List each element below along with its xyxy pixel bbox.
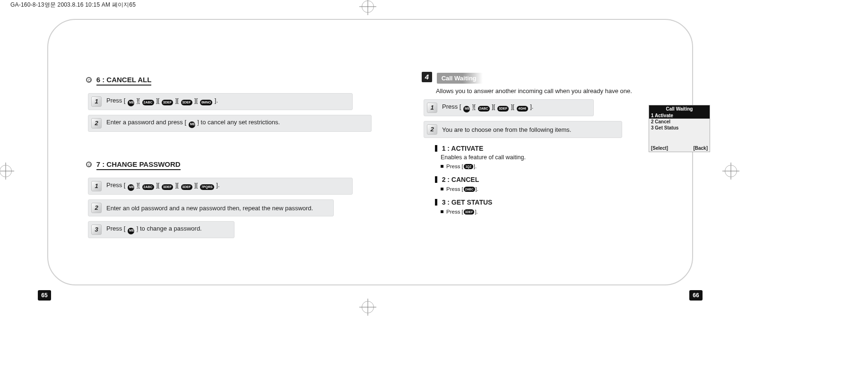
step-text: Press [ MENU ][ 2ABC ][ 3DEF ][ 3DEF ][ … bbox=[106, 181, 220, 191]
menu-key-icon: MENU bbox=[128, 228, 134, 234]
tick-icon bbox=[435, 199, 437, 206]
phone-row-cancel: 2 Cancel bbox=[649, 119, 710, 125]
square-bullet-icon bbox=[441, 165, 443, 168]
key-7-icon: 7PQRS bbox=[200, 184, 214, 190]
bullet-icon bbox=[86, 162, 92, 167]
phone-row-activate: 1 Activate bbox=[649, 112, 710, 119]
section-7-header: 7 : CHANGE PASSWORD bbox=[86, 160, 389, 170]
key-2-icon: 2ABC bbox=[478, 106, 490, 112]
crop-mark-left bbox=[0, 163, 14, 180]
page-number-left: 65 bbox=[38, 290, 51, 301]
step-text: Press [ MENU ][ 2ABC ][ 3DEF ][ 4GHI ]. bbox=[442, 103, 533, 112]
item-cancel-press: Press [ 2ABC ]. bbox=[441, 186, 724, 192]
item-cancel: 2 : CANCEL bbox=[435, 176, 724, 183]
content-box: 6 : CANCEL ALL 1 Press [ MENU ][ 2ABC ][… bbox=[47, 19, 693, 285]
step-number: 2 bbox=[427, 124, 437, 135]
section-6-step-2: 2 Enter a password and press [ MENU ] to… bbox=[88, 115, 372, 132]
section-index: 4 bbox=[422, 72, 432, 82]
call-waiting-header: 4 Call Waiting bbox=[422, 72, 724, 84]
phone-screen-mock: Call Waiting 1 Activate 2 Cancel 3 Get S… bbox=[649, 105, 710, 152]
left-column: 6 : CANCEL ALL 1 Press [ MENU ][ 2ABC ][… bbox=[86, 76, 389, 243]
item-activate-title: 1 : ACTIVATE bbox=[442, 145, 484, 152]
key-2-icon: 2ABC bbox=[142, 184, 154, 190]
menu-key-icon: MENU bbox=[128, 184, 134, 191]
square-bullet-icon bbox=[441, 210, 443, 213]
section-6-title: 6 : CANCEL ALL bbox=[96, 76, 152, 86]
item-get-status-press: Press [ 3DEF ]. bbox=[441, 209, 724, 215]
phone-footer-back: [Back] bbox=[693, 146, 708, 151]
phone-footer: [Select] [Back] bbox=[649, 146, 710, 151]
step-number: 1 bbox=[91, 181, 102, 191]
call-waiting-step-1: 1 Press [ MENU ][ 2ABC ][ 3DEF ][ 4GHI ]… bbox=[424, 99, 594, 116]
key-2-icon: 2ABC bbox=[464, 187, 475, 192]
square-bullet-icon bbox=[441, 188, 443, 190]
step-number: 2 bbox=[91, 203, 102, 213]
step-number: 1 bbox=[91, 96, 102, 107]
step-text: You are to choose one from the following… bbox=[442, 126, 571, 133]
key-3-icon: 3DEF bbox=[181, 184, 192, 190]
menu-key-icon: MENU bbox=[189, 121, 195, 128]
section-title: Call Waiting bbox=[437, 73, 482, 84]
key-3-icon: 3DEF bbox=[162, 100, 173, 105]
key-4-icon: 4GHI bbox=[517, 106, 528, 112]
key-3-icon: 3DEF bbox=[497, 106, 509, 112]
key-1-icon: 1QZ bbox=[464, 164, 473, 169]
call-waiting-step-2: 2 You are to choose one from the followi… bbox=[424, 121, 622, 138]
key-3-icon: 3DEF bbox=[162, 184, 173, 190]
print-header: GA-160-8-13영문 2003.8.16 10:15 AM 페이지65 bbox=[10, 1, 136, 9]
step-text: Enter a password and press [ MENU ] to c… bbox=[106, 119, 280, 128]
phone-header: Call Waiting bbox=[649, 105, 710, 112]
crop-mark-right bbox=[722, 163, 739, 180]
crop-mark-top bbox=[359, 0, 376, 15]
section-7-step-1: 1 Press [ MENU ][ 2ABC ][ 3DEF ][ 3DEF ]… bbox=[88, 178, 353, 195]
step-text: Enter an old password and a new password… bbox=[106, 205, 313, 212]
section-6-step-1: 1 Press [ MENU ][ 2ABC ][ 3DEF ][ 3DEF ]… bbox=[88, 93, 353, 110]
step-number: 3 bbox=[91, 224, 102, 235]
step-text: Press [ MENU ] to change a password. bbox=[106, 225, 202, 234]
section-7-step-3: 3 Press [ MENU ] to change a password. bbox=[88, 221, 234, 238]
menu-key-icon: MENU bbox=[463, 106, 470, 112]
lead-text: Allows you to answer another incoming ca… bbox=[436, 87, 724, 95]
step-number: 1 bbox=[427, 103, 437, 113]
tick-icon bbox=[435, 145, 437, 152]
bullet-icon bbox=[86, 77, 92, 83]
item-get-status: 3 : GET STATUS bbox=[435, 198, 724, 206]
item-activate-desc: Enables a feature of call waiting. bbox=[441, 154, 724, 161]
key-6-icon: 6MNO bbox=[200, 100, 212, 105]
key-2-icon: 2ABC bbox=[142, 100, 154, 105]
section-7-title: 7 : CHANGE PASSWORD bbox=[96, 160, 181, 170]
item-cancel-title: 2 : CANCEL bbox=[442, 176, 479, 183]
item-get-status-title: 3 : GET STATUS bbox=[442, 198, 493, 206]
step-text: Press [ MENU ][ 2ABC ][ 3DEF ][ 3DEF ][ … bbox=[106, 97, 218, 106]
step-number: 2 bbox=[91, 118, 102, 129]
item-activate-press: Press [ 1QZ ]. bbox=[441, 163, 724, 169]
key-3-icon: 3DEF bbox=[464, 209, 475, 215]
crop-mark-bottom bbox=[359, 299, 376, 316]
menu-key-icon: MENU bbox=[128, 100, 134, 106]
right-column: 4 Call Waiting Allows you to answer anot… bbox=[422, 72, 724, 215]
phone-row-getstatus: 3 Get Status bbox=[649, 125, 710, 131]
page-number-right: 66 bbox=[689, 290, 703, 301]
section-6-header: 6 : CANCEL ALL bbox=[86, 76, 389, 86]
key-3-icon: 3DEF bbox=[181, 100, 192, 105]
phone-footer-select: [Select] bbox=[651, 146, 668, 151]
section-7-step-2: 2 Enter an old password and a new passwo… bbox=[88, 199, 334, 216]
tick-icon bbox=[435, 176, 437, 183]
